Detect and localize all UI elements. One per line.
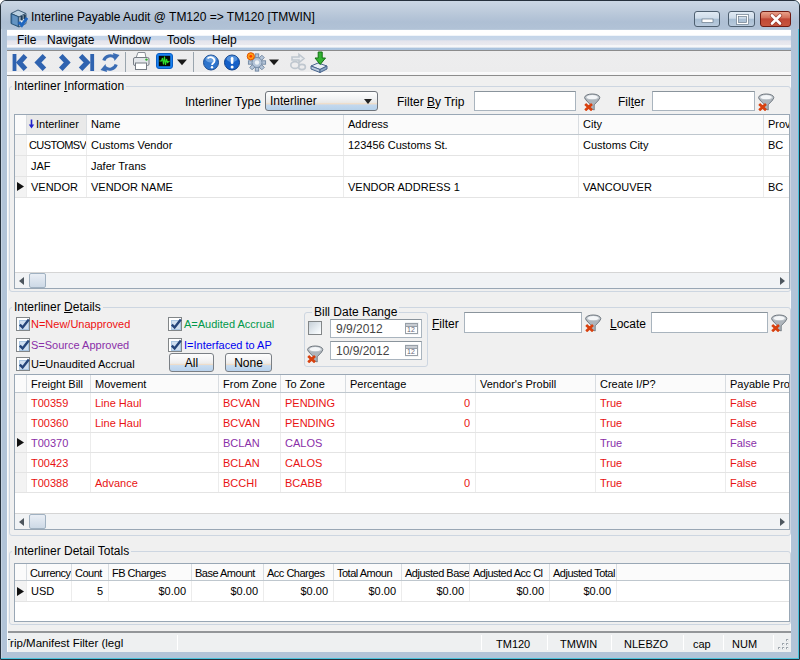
svg-text:12: 12 [407, 348, 415, 355]
svg-text:12: 12 [407, 326, 415, 333]
